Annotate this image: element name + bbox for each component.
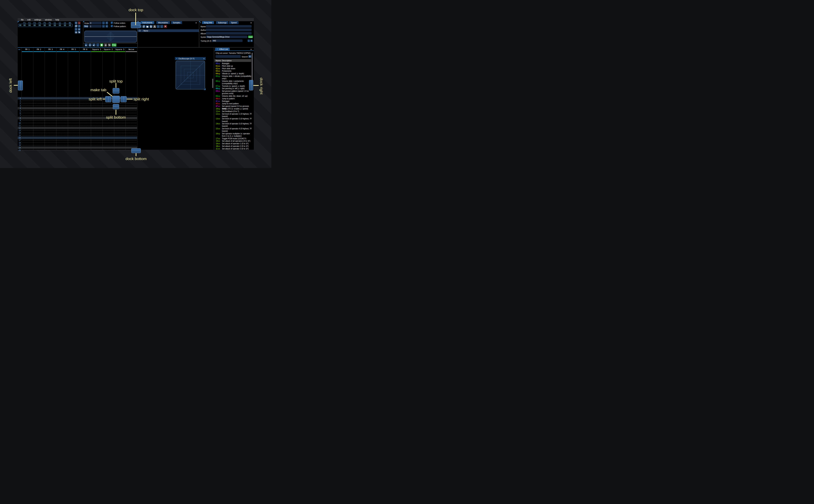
play-from-cursor-button[interactable]: ▶ — [92, 43, 95, 47]
step-minus-button[interactable]: - — [102, 25, 105, 28]
pattern-row-number[interactable]: 11 — [18, 125, 21, 127]
pattern-row-number[interactable]: 14 — [18, 132, 21, 134]
pattern-row-number[interactable]: 15 — [18, 134, 21, 137]
oscilloscope-xy-titlebar[interactable]: ▼ Oscilloscope (X-Y) × — [175, 57, 206, 60]
effect-row[interactable]: 00xyArpeggio — [214, 62, 252, 65]
effect-row[interactable]: 0DxxJump to next pattern — [214, 102, 252, 105]
pattern-row-number[interactable]: 13 — [18, 130, 21, 132]
pattern-row[interactable] — [22, 137, 137, 139]
effect-row[interactable]: 02xxPitch slide down — [214, 67, 252, 70]
dock-target-right[interactable] — [249, 80, 253, 90]
move-instrument-down-button[interactable]: ↓ — [160, 25, 163, 28]
order-selected-row[interactable] — [18, 24, 72, 27]
name-field[interactable] — [206, 25, 252, 28]
channel-header-square-3[interactable]: Square 3 — [114, 48, 126, 50]
channel-header-square-2[interactable]: Square 2 — [102, 48, 114, 50]
effect-row[interactable]: 04xyVibrato (x: speed; y: depth) — [214, 72, 252, 75]
pattern-row-number[interactable]: 17 — [18, 139, 21, 141]
octave-input[interactable]: 3 — [89, 22, 102, 24]
tuning-plus-button[interactable]: + — [250, 39, 253, 42]
effect-row[interactable]: 13xxSet level of operator 2 (0 highest, … — [214, 118, 252, 123]
open-instrument-button[interactable] — [146, 25, 149, 28]
play-button[interactable]: ▶ — [85, 43, 88, 47]
tab-subsongs[interactable]: Subsongs — [216, 21, 228, 24]
channel-header-fm-4[interactable]: FM 4 — [56, 48, 68, 50]
tab-speed[interactable]: Speed — [229, 21, 238, 24]
close-icon[interactable]: × — [203, 57, 205, 60]
pattern-row[interactable] — [22, 107, 137, 109]
menu-item-help[interactable]: help — [53, 19, 61, 21]
effect-row[interactable]: 11xxSet feedback (0 to 7) — [214, 110, 252, 113]
pattern-row[interactable] — [22, 144, 137, 146]
pattern-row[interactable] — [22, 139, 137, 141]
auto-system-button[interactable]: Auto — [248, 36, 253, 38]
close-icon[interactable]: × — [250, 48, 252, 51]
panel-divider[interactable] — [199, 21, 199, 47]
effect-row[interactable]: 08xySet panning (x: left; y: right) — [214, 87, 252, 90]
pattern-row-number[interactable]: 21 — [18, 149, 21, 151]
pattern-row[interactable] — [22, 127, 137, 129]
pattern-row-number[interactable]: 12 — [18, 127, 21, 129]
duplicate-instrument-button[interactable] — [142, 25, 145, 28]
pattern-row-number[interactable]: 1 — [18, 100, 21, 102]
effect-row[interactable]: 0CxxRetrigger — [214, 100, 252, 103]
tab-samples[interactable]: Samples — [171, 21, 182, 24]
album-field[interactable] — [206, 32, 252, 35]
pattern-row[interactable] — [22, 141, 137, 144]
effect-row[interactable]: 16xySet operator multiplier (x: operator… — [214, 132, 252, 137]
close-icon[interactable]: × — [195, 22, 197, 24]
effect-row[interactable]: 12xxSet level of operator 1 (0 highest, … — [214, 113, 252, 118]
effect-row[interactable]: 06xyVolume slide + portamento (compatibi… — [214, 80, 252, 85]
remove-order-button[interactable]: − — [78, 22, 81, 24]
radio-icon[interactable] — [139, 30, 141, 32]
order-change-mode-button[interactable] — [78, 31, 81, 34]
split-target-top[interactable] — [113, 88, 119, 94]
octave-plus-button[interactable]: + — [105, 22, 108, 24]
split-target-bottom[interactable] — [113, 104, 119, 109]
effect-row[interactable]: 1CxxSet attack of operator 3 (0 to 1F) — [214, 148, 252, 150]
effect-row[interactable]: 17xxToggle PCM mode (LEGACY) — [214, 137, 252, 140]
effect-row[interactable]: 1AxxSet attack of operator 1 (0 to 1F) — [214, 142, 252, 145]
effect-search-input[interactable] — [215, 55, 241, 58]
instrument-list-item[interactable]: - None - — [137, 29, 199, 32]
dock-target-left[interactable] — [18, 81, 23, 90]
pattern-row[interactable] — [22, 134, 137, 137]
move-order-down-button[interactable]: ∨ — [75, 28, 77, 31]
pattern-row-number[interactable]: 2 — [18, 102, 21, 104]
save-instrument-button[interactable] — [149, 25, 153, 28]
channel-header-fm-3[interactable]: FM 3 — [45, 48, 56, 50]
duplicate-order-button[interactable] — [75, 25, 77, 27]
pattern-row-number[interactable]: 8 — [18, 117, 21, 119]
pattern-row[interactable] — [22, 122, 137, 124]
effect-row[interactable]: 09xxSet groove pattern (speed 1 if no gr… — [214, 90, 252, 95]
pattern-row-number[interactable]: 16 — [18, 137, 21, 139]
pattern-row[interactable] — [22, 146, 137, 149]
system-field[interactable]: Sega Genesis/Mega Drive — [206, 36, 247, 38]
menu-item-settings[interactable]: settings — [32, 19, 43, 21]
channel-header-fm-6[interactable]: FM 6 — [79, 48, 91, 50]
effect-row[interactable]: 0AxyVolume slide (0y: down; x0: up) — [214, 95, 252, 97]
oscilloscope-waveform[interactable] — [84, 31, 137, 42]
effect-row[interactable]: 05xyVolume slide + vibrato (compatibilit… — [214, 75, 252, 80]
effect-row[interactable]: 10xySetup LFO (x: enable; y: speed) — [214, 108, 252, 110]
menu-item-window[interactable]: window — [43, 19, 54, 21]
menu-icon[interactable] — [248, 55, 251, 58]
effect-row[interactable]: 03xxPortamento — [214, 70, 252, 72]
poly-button[interactable]: Poly — [112, 43, 116, 47]
pattern-row-number[interactable]: 9 — [18, 120, 21, 122]
edit-record-button[interactable] — [100, 43, 103, 47]
play-pattern-button[interactable]: ▶ — [88, 43, 92, 47]
channel-header-fm-1[interactable]: FM 1 — [22, 48, 33, 50]
dock-splitter[interactable] — [214, 48, 214, 150]
add-channel-button[interactable]: ++ — [18, 48, 20, 50]
tab-effect-list[interactable]: ▼ Effect List — [215, 48, 230, 50]
channel-header-fm-2[interactable]: FM 2 — [33, 48, 45, 50]
tab-wavetables[interactable]: Wavetables — [156, 21, 170, 24]
add-order-button[interactable]: + — [75, 22, 77, 24]
tuning-field[interactable]: 440 — [212, 39, 242, 42]
step-plus-button[interactable]: + — [105, 25, 108, 28]
pattern-row-number[interactable]: 3 — [18, 105, 21, 107]
move-order-up-button[interactable]: ∧ — [78, 25, 81, 27]
effect-row[interactable]: 07xyTremolo (x: speed; y: depth) — [214, 85, 252, 87]
pattern-row[interactable] — [22, 119, 137, 122]
